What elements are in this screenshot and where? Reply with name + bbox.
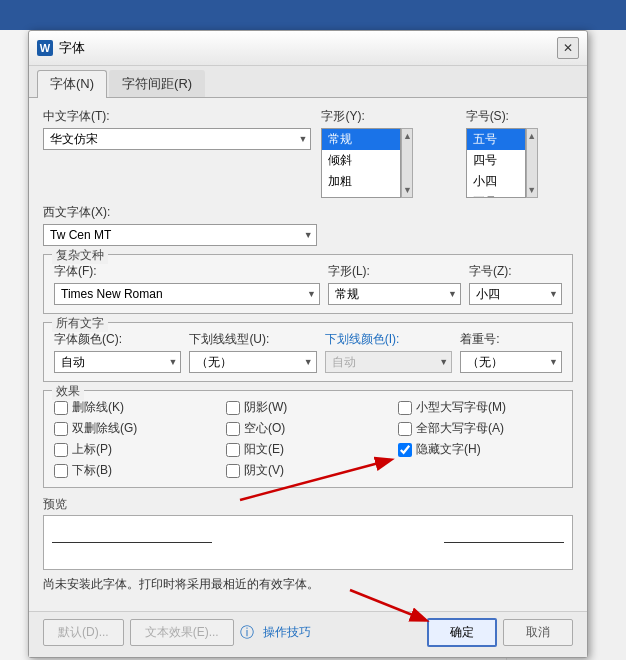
chinese-font-select[interactable]: 华文仿宋: [43, 128, 311, 150]
tab-spacing[interactable]: 字符间距(R): [109, 70, 205, 97]
underline-color-label: 下划线颜色(I):: [325, 331, 452, 348]
complex-font-select[interactable]: Times New Roman: [54, 283, 320, 305]
western-font-col: 西文字体(X): Tw Cen MT ▼: [43, 204, 317, 246]
complex-font-label: 字体(F):: [54, 263, 320, 280]
size-cn-label: 字号(S):: [466, 108, 573, 125]
title-bar: W 字体 ✕: [29, 31, 587, 66]
shadow-checkbox[interactable]: [226, 401, 240, 415]
help-icon: ⓘ: [240, 624, 254, 642]
double-strike-checkbox[interactable]: [54, 422, 68, 436]
engrave-checkbox[interactable]: [226, 464, 240, 478]
style-item-normal[interactable]: 常规: [322, 129, 400, 150]
emboss-checkbox[interactable]: [226, 443, 240, 457]
all-caps-checkbox[interactable]: [398, 422, 412, 436]
complex-section: 复杂文种 字体(F): Times New Roman ▼ 字形(L):: [43, 254, 573, 314]
style-item-italic[interactable]: 倾斜: [322, 150, 400, 171]
effect-hidden[interactable]: 隐藏文字(H): [398, 441, 562, 458]
font-color-select[interactable]: 自动: [54, 351, 181, 373]
tab-font[interactable]: 字体(N): [37, 70, 107, 98]
help-link[interactable]: 操作技巧: [257, 620, 317, 645]
effect-double-strike[interactable]: 双删除线(G): [54, 420, 218, 437]
font-color-label: 字体颜色(C):: [54, 331, 181, 348]
subscript-checkbox[interactable]: [54, 464, 68, 478]
style-col: 字形(Y): 常规 倾斜 加粗 ▲ ▼: [321, 108, 455, 198]
preview-area: [43, 515, 573, 570]
style-scroll-up[interactable]: ▲: [403, 131, 412, 141]
style-scroll-down[interactable]: ▼: [403, 185, 412, 195]
ok-button[interactable]: 确定: [427, 618, 497, 647]
emphasis-label: 着重号:: [460, 331, 562, 348]
superscript-checkbox[interactable]: [54, 443, 68, 457]
effect-shadow[interactable]: 阴影(W): [226, 399, 390, 416]
small-caps-checkbox[interactable]: [398, 401, 412, 415]
chinese-font-col: 中文字体(T): 华文仿宋 ▼: [43, 108, 311, 198]
underline-type-label: 下划线线型(U):: [189, 331, 316, 348]
dialog-body: 中文字体(T): 华文仿宋 ▼ 字形(Y): 常规 倾斜 加粗: [29, 98, 587, 611]
complex-size-select[interactable]: 小四: [469, 283, 562, 305]
font-color-col: 字体颜色(C): 自动 ▼: [54, 331, 181, 373]
top-font-row: 中文字体(T): 华文仿宋 ▼ 字形(Y): 常规 倾斜 加粗: [43, 108, 573, 198]
size-cn-listbox[interactable]: 五号 四号 小四 五号: [466, 128, 526, 198]
size-cn-item-s4[interactable]: 小四: [467, 171, 525, 192]
effect-emboss[interactable]: 阳文(E): [226, 441, 390, 458]
outline-checkbox[interactable]: [226, 422, 240, 436]
effect-outline[interactable]: 空心(O): [226, 420, 390, 437]
preview-label: 预览: [43, 496, 67, 513]
underline-color-select[interactable]: 自动: [325, 351, 452, 373]
underline-type-select[interactable]: （无）: [189, 351, 316, 373]
preview-section: 预览: [43, 496, 573, 570]
effects-section: 效果 删除线(K) 阴影(W) 小型大写字母(M) 双删: [43, 390, 573, 488]
western-font-select[interactable]: Tw Cen MT: [43, 224, 317, 246]
all-chars-title: 所有文字: [52, 315, 108, 332]
effect-small-caps[interactable]: 小型大写字母(M): [398, 399, 562, 416]
size-cn-item-5[interactable]: 五号: [467, 129, 525, 150]
word-icon: W: [37, 40, 53, 56]
size-cn-col: 字号(S): 五号 四号 小四 五号 ▲ ▼: [466, 108, 573, 198]
close-button[interactable]: ✕: [557, 37, 579, 59]
chinese-font-label: 中文字体(T):: [43, 108, 311, 125]
western-font-row: 西文字体(X): Tw Cen MT ▼: [43, 204, 573, 246]
default-button[interactable]: 默认(D)...: [43, 619, 124, 646]
tab-bar: 字体(N) 字符间距(R): [29, 66, 587, 98]
western-font-label: 西文字体(X):: [43, 204, 317, 221]
complex-style-col: 字形(L): 常规 ▼: [328, 263, 461, 305]
size-scroll-up[interactable]: ▲: [527, 131, 536, 141]
preview-content: [44, 516, 572, 569]
complex-style-label: 字形(L):: [328, 263, 461, 280]
complex-style-select[interactable]: 常规: [328, 283, 461, 305]
effects-button[interactable]: 文本效果(E)...: [130, 619, 234, 646]
style-label: 字形(Y):: [321, 108, 455, 125]
effect-engrave[interactable]: 阴文(V): [226, 462, 390, 479]
hidden-checkbox[interactable]: [398, 443, 412, 457]
underline-type-col: 下划线线型(U): （无） ▼: [189, 331, 316, 373]
emphasis-select[interactable]: （无）: [460, 351, 562, 373]
strikethrough-checkbox[interactable]: [54, 401, 68, 415]
emphasis-col: 着重号: （无） ▼: [460, 331, 562, 373]
effects-grid: 删除线(K) 阴影(W) 小型大写字母(M) 双删除线(G) 空心(O: [54, 399, 562, 479]
size-scroll-down[interactable]: ▼: [527, 185, 536, 195]
complex-size-label: 字号(Z):: [469, 263, 562, 280]
complex-size-col: 字号(Z): 小四 ▼: [469, 263, 562, 305]
all-chars-section: 所有文字 字体颜色(C): 自动 ▼ 下划线线型(U):: [43, 322, 573, 382]
dialog-title: 字体: [59, 39, 85, 57]
effect-superscript[interactable]: 上标(P): [54, 441, 218, 458]
word-ribbon: [0, 0, 626, 30]
font-dialog: W 字体 ✕ 字体(N) 字符间距(R) 中文字体(T): 华文仿宋 ▼: [28, 30, 588, 658]
underline-color-col: 下划线颜色(I): 自动 ▼: [325, 331, 452, 373]
effect-strikethrough[interactable]: 删除线(K): [54, 399, 218, 416]
hint-text: 尚未安装此字体。打印时将采用最相近的有效字体。: [43, 576, 573, 593]
size-cn-item-4[interactable]: 四号: [467, 150, 525, 171]
dialog-footer: 默认(D)... 文本效果(E)... ⓘ 操作技巧 确定 取消: [29, 611, 587, 657]
size-cn-item-5b[interactable]: 五号: [467, 192, 525, 198]
effect-subscript[interactable]: 下标(B): [54, 462, 218, 479]
effect-all-caps[interactable]: 全部大写字母(A): [398, 420, 562, 437]
style-item-bold[interactable]: 加粗: [322, 171, 400, 192]
complex-section-title: 复杂文种: [52, 247, 108, 264]
cancel-button[interactable]: 取消: [503, 619, 573, 646]
complex-font-col: 字体(F): Times New Roman ▼: [54, 263, 320, 305]
effects-title: 效果: [52, 383, 84, 400]
style-listbox[interactable]: 常规 倾斜 加粗: [321, 128, 401, 198]
